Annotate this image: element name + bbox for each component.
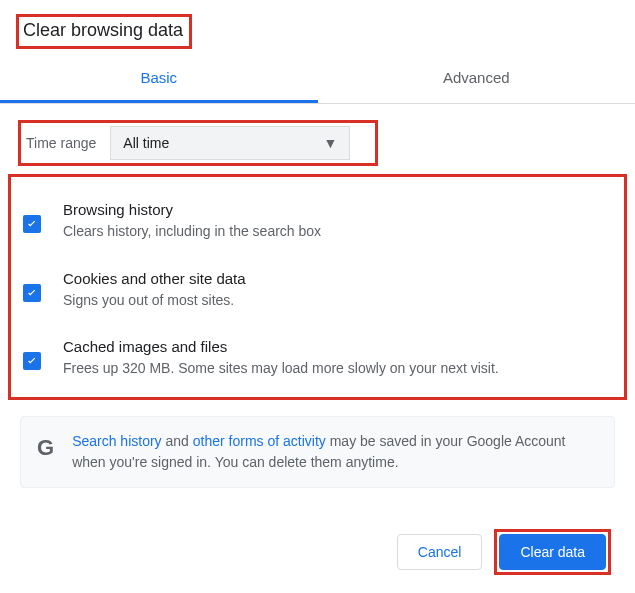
dialog-footer: Cancel Clear data <box>397 529 611 575</box>
chevron-down-icon: ▼ <box>323 135 337 151</box>
option-text: Cookies and other site data Signs you ou… <box>63 270 246 311</box>
time-range-value: All time <box>123 135 169 151</box>
time-range-select[interactable]: All time ▼ <box>110 126 350 160</box>
checkbox-cache[interactable] <box>23 352 41 370</box>
link-other-activity[interactable]: other forms of activity <box>193 433 326 449</box>
options-list: Browsing history Clears history, includi… <box>8 174 627 400</box>
option-desc: Frees up 320 MB. Some sites may load mor… <box>63 359 499 379</box>
cancel-button[interactable]: Cancel <box>397 534 483 570</box>
option-cache: Cached images and files Frees up 320 MB.… <box>21 328 614 383</box>
clear-browsing-data-dialog: Clear browsing data Basic Advanced Time … <box>0 0 635 488</box>
clear-data-button[interactable]: Clear data <box>499 534 606 570</box>
google-account-info: G Search history and other forms of acti… <box>20 416 615 488</box>
check-icon <box>25 354 39 368</box>
option-text: Cached images and files Frees up 320 MB.… <box>63 338 499 379</box>
info-text: Search history and other forms of activi… <box>72 431 598 473</box>
dialog-title: Clear browsing data <box>23 20 183 41</box>
option-browsing-history: Browsing history Clears history, includi… <box>21 191 614 260</box>
check-icon <box>25 286 39 300</box>
clear-data-highlight: Clear data <box>494 529 611 575</box>
time-range-label: Time range <box>24 135 96 151</box>
option-text: Browsing history Clears history, includi… <box>63 201 321 242</box>
option-desc: Clears history, including in the search … <box>63 222 321 242</box>
checkbox-browsing-history[interactable] <box>23 215 41 233</box>
tab-advanced[interactable]: Advanced <box>318 55 636 103</box>
tabs: Basic Advanced <box>0 55 635 104</box>
google-icon: G <box>37 435 54 461</box>
link-search-history[interactable]: Search history <box>72 433 161 449</box>
title-highlight: Clear browsing data <box>16 14 192 49</box>
option-title: Cookies and other site data <box>63 270 246 287</box>
time-range-row: Time range All time ▼ <box>18 120 378 166</box>
option-title: Cached images and files <box>63 338 499 355</box>
check-icon <box>25 217 39 231</box>
tab-basic[interactable]: Basic <box>0 55 318 103</box>
option-desc: Signs you out of most sites. <box>63 291 246 311</box>
checkbox-cookies[interactable] <box>23 284 41 302</box>
option-cookies: Cookies and other site data Signs you ou… <box>21 260 614 329</box>
option-title: Browsing history <box>63 201 321 218</box>
